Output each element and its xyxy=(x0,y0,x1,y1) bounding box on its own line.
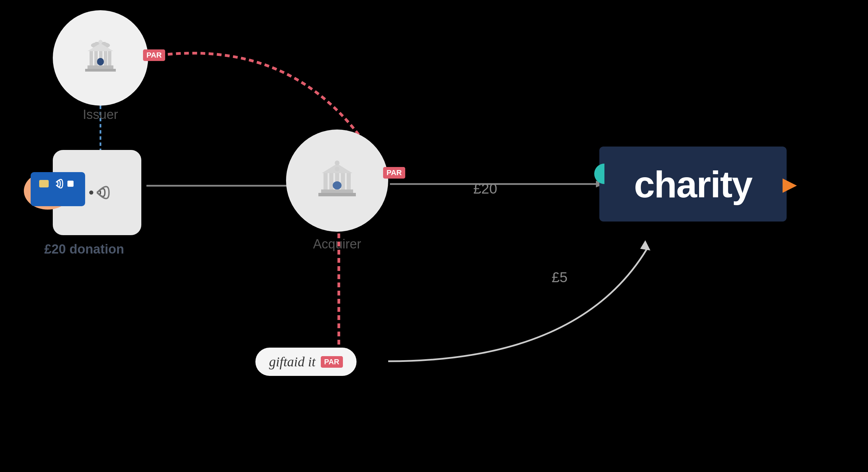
acquirer-building-icon xyxy=(315,160,359,201)
issuer-label: Issuer xyxy=(53,107,148,122)
charity-label: charity xyxy=(634,163,752,206)
amount-5-label: £5 xyxy=(552,269,568,286)
donation-label: £20 donation xyxy=(44,242,124,257)
svg-rect-31 xyxy=(341,173,345,189)
diagram-container: Issuer PAR xyxy=(0,0,868,472)
giftaid-node: giftaid it PAR xyxy=(255,348,357,376)
issuer-building-icon xyxy=(80,39,121,77)
charity-node: charity ▶ xyxy=(599,147,787,222)
issuer-par-badge: PAR xyxy=(143,49,165,61)
svg-point-18 xyxy=(98,40,102,44)
hand-card-icon xyxy=(17,147,92,215)
svg-rect-25 xyxy=(67,181,74,187)
giftaid-par-badge: PAR xyxy=(321,356,343,368)
charity-teal-accent xyxy=(594,164,604,184)
acquirer-label: Acquirer xyxy=(286,237,388,252)
svg-rect-12 xyxy=(104,51,107,65)
acquirer-node xyxy=(286,130,388,232)
svg-rect-28 xyxy=(323,173,328,189)
svg-rect-33 xyxy=(321,189,353,193)
charity-orange-arrow: ▶ xyxy=(783,173,797,195)
svg-rect-9 xyxy=(90,51,93,65)
svg-point-36 xyxy=(335,167,340,171)
amount-20-label: £20 xyxy=(473,181,497,197)
giftaid-label: giftaid it xyxy=(269,354,316,370)
svg-rect-29 xyxy=(329,173,333,189)
svg-rect-34 xyxy=(318,193,356,196)
svg-rect-10 xyxy=(94,51,98,65)
svg-rect-13 xyxy=(108,51,111,65)
svg-rect-14 xyxy=(88,65,113,69)
svg-rect-16 xyxy=(97,58,104,65)
svg-rect-15 xyxy=(85,69,116,72)
svg-marker-6 xyxy=(640,240,650,250)
svg-rect-32 xyxy=(347,173,351,189)
svg-rect-35 xyxy=(333,181,342,189)
issuer-node xyxy=(53,10,148,106)
svg-point-27 xyxy=(335,161,340,165)
acquirer-par-badge: PAR xyxy=(383,167,405,179)
hand-card xyxy=(17,147,92,215)
svg-rect-23 xyxy=(31,172,85,206)
svg-rect-24 xyxy=(39,180,49,187)
